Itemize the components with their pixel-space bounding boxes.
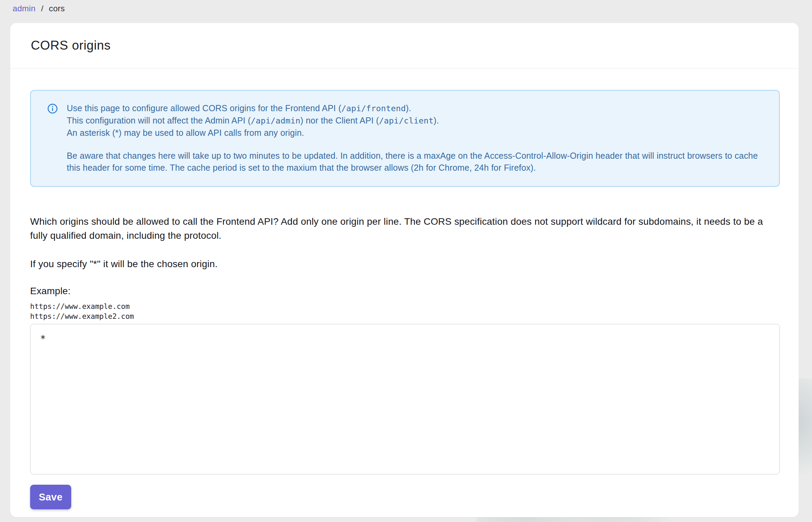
card-header: CORS origins <box>10 23 799 68</box>
info-line-cache-notice: Be aware that changes here will take up … <box>67 150 765 174</box>
origins-description: Which origins should be allowed to call … <box>30 214 780 243</box>
wildcard-note: If you specify "*" it will be the chosen… <box>30 257 780 271</box>
breadcrumb-current-cors: cors <box>49 4 65 13</box>
example-origin-1: https://www.example.com <box>30 302 780 312</box>
info-banner: Use this page to configure allowed CORS … <box>30 90 780 187</box>
breadcrumb: admin / cors <box>13 4 65 13</box>
info-line-2: This configuration will not affect the A… <box>67 115 765 127</box>
breadcrumb-separator: / <box>41 4 43 13</box>
example-label: Example: <box>30 284 780 298</box>
breadcrumb-link-admin[interactable]: admin <box>13 4 36 13</box>
card-body: Use this page to configure allowed CORS … <box>10 68 799 509</box>
save-button[interactable]: Save <box>30 485 71 509</box>
info-banner-text: Use this page to configure allowed CORS … <box>67 102 765 174</box>
example-origins: https://www.example.com https://www.exam… <box>30 302 780 322</box>
info-line-1: Use this page to configure allowed CORS … <box>67 102 765 115</box>
example-origin-2: https://www.example2.com <box>30 312 780 322</box>
cors-settings-card: CORS origins Use this page to configure … <box>10 23 799 517</box>
cors-origins-textarea[interactable] <box>30 324 780 474</box>
info-line-3: An asterisk (*) may be used to allow API… <box>67 127 765 139</box>
info-paragraph-gap <box>67 139 765 150</box>
info-icon <box>47 103 58 117</box>
page-title: CORS origins <box>31 38 111 53</box>
